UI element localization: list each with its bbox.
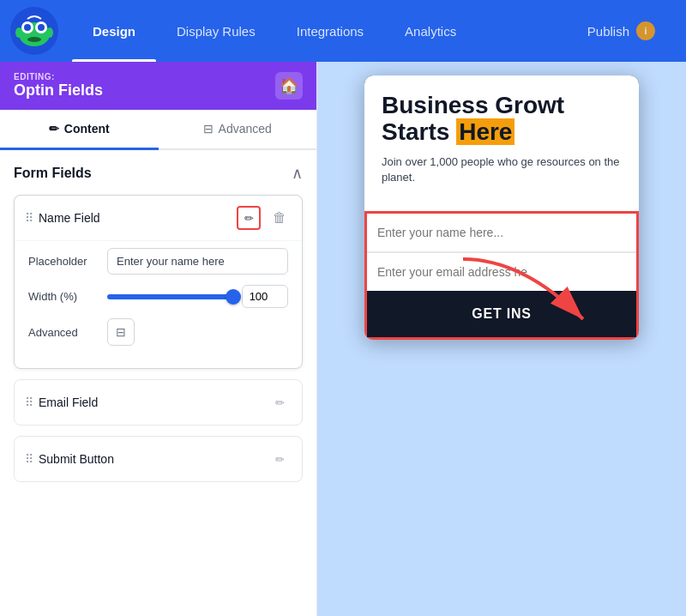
popup-headline: Business Growt Starts Here [382, 93, 622, 146]
advanced-button[interactable]: ⊟ [107, 318, 135, 346]
width-slider-track[interactable] [107, 294, 233, 299]
tab-publish[interactable]: Publish i [567, 0, 676, 62]
svg-point-6 [27, 37, 41, 42]
preview-area: Business Growt Starts Here Join over 1,0… [317, 62, 686, 616]
advanced-icon: ⊟ [116, 325, 126, 339]
popup-subtext: Join over 1,000 people who ge resources … [382, 154, 622, 185]
popup-form-highlighted: GET INS [364, 211, 639, 340]
width-label: Width (%) [28, 290, 97, 303]
email-field-card: ⠿ Email Field ✏ [14, 379, 303, 426]
width-row: Width (%) [28, 285, 288, 308]
form-fields-section-header: Form Fields ∧ [14, 164, 303, 183]
edit-icon: ✏ [244, 212, 254, 225]
delete-icon: 🗑 [273, 210, 286, 226]
pencil-icon: ✏ [49, 122, 59, 136]
name-field-options: Placeholder Width (%) [15, 240, 302, 368]
email-field-label: Email Field [39, 396, 261, 409]
sub-tabs: ✏ Content ⊟ Advanced [0, 110, 316, 150]
email-field-edit-button[interactable]: ✏ [268, 390, 292, 414]
name-field-label: Name Field [39, 211, 230, 225]
svg-point-4 [24, 24, 31, 31]
editing-label-group: EDITING: Optin Fields [14, 72, 103, 100]
advanced-row: Advanced ⊟ [28, 318, 288, 346]
email-field-header: ⠿ Email Field ✏ [15, 380, 302, 425]
logo [10, 7, 58, 55]
placeholder-input[interactable] [107, 248, 288, 275]
editing-title: Optin Fields [14, 82, 103, 100]
home-button[interactable]: 🏠 [275, 72, 303, 100]
sidebar: EDITING: Optin Fields 🏠 ✏ Content ⊟ Adva… [0, 62, 317, 616]
top-nav: Design Display Rules Integrations Analyt… [0, 0, 686, 62]
collapse-icon[interactable]: ∧ [292, 164, 303, 183]
name-field-card: ⠿ Name Field ✏ 🗑 Placeholder [14, 195, 303, 369]
tab-integrations[interactable]: Integrations [276, 0, 384, 62]
slider-row [107, 285, 288, 308]
svg-point-8 [46, 27, 53, 38]
name-field-drag-handle[interactable]: ⠿ [25, 211, 32, 225]
email-field-drag-handle[interactable]: ⠿ [25, 396, 32, 409]
popup-top: Business Growt Starts Here Join over 1,0… [364, 75, 639, 211]
editing-label: EDITING: [14, 72, 103, 82]
submit-button-card: ⠿ Submit Button ✏ [14, 436, 303, 482]
tab-content[interactable]: ✏ Content [0, 110, 159, 150]
width-number-input[interactable] [243, 286, 287, 307]
placeholder-row: Placeholder [28, 248, 288, 275]
submit-field-drag-handle[interactable]: ⠿ [25, 452, 32, 466]
popup-highlight: Here [456, 118, 514, 145]
tab-analytics[interactable]: Analytics [384, 0, 477, 62]
popup-name-input[interactable] [367, 214, 636, 251]
popup-name-field [367, 214, 636, 252]
main-layout: EDITING: Optin Fields 🏠 ✏ Content ⊟ Adva… [0, 62, 686, 616]
svg-point-5 [38, 24, 45, 31]
popup-card: Business Growt Starts Here Join over 1,0… [364, 75, 639, 340]
popup-cta-button[interactable]: GET INS [367, 291, 636, 337]
nav-tabs: Design Display Rules Integrations Analyt… [72, 0, 676, 62]
svg-point-7 [15, 27, 22, 38]
name-field-edit-button[interactable]: ✏ [237, 206, 261, 230]
form-fields-title: Form Fields [14, 166, 92, 181]
edit-icon-email: ✏ [275, 396, 285, 409]
name-field-delete-button[interactable]: 🗑 [268, 206, 292, 230]
submit-field-label: Submit Button [39, 452, 261, 466]
sliders-icon: ⊟ [203, 122, 214, 136]
tab-display-rules[interactable]: Display Rules [156, 0, 276, 62]
popup-email-input[interactable] [367, 252, 636, 291]
name-field-header: ⠿ Name Field ✏ 🗑 [15, 196, 302, 240]
width-slider-thumb[interactable] [226, 289, 241, 305]
popup-email-field [367, 252, 636, 291]
editing-header: EDITING: Optin Fields 🏠 [0, 62, 316, 110]
advanced-label: Advanced [28, 326, 97, 339]
placeholder-label: Placeholder [28, 255, 97, 268]
publish-badge: i [636, 21, 655, 40]
edit-icon-submit: ✏ [275, 453, 285, 466]
tab-advanced[interactable]: ⊟ Advanced [159, 110, 317, 150]
submit-field-edit-button[interactable]: ✏ [268, 447, 292, 471]
submit-field-header: ⠿ Submit Button ✏ [15, 437, 302, 481]
tab-design[interactable]: Design [72, 0, 156, 62]
sidebar-content: Form Fields ∧ ⠿ Name Field ✏ 🗑 [0, 150, 316, 616]
